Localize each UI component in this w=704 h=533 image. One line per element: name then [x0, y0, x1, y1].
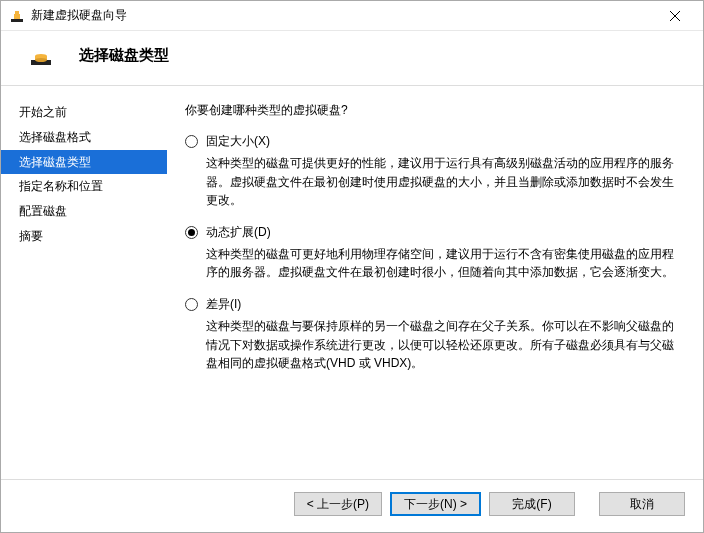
- button-gap: [583, 492, 591, 516]
- option-dynamic-desc: 这种类型的磁盘可更好地利用物理存储空间，建议用于运行不含有密集使用磁盘的应用程序…: [206, 245, 679, 282]
- cancel-button[interactable]: 取消: [599, 492, 685, 516]
- step-configure-disk[interactable]: 配置磁盘: [1, 199, 167, 224]
- svg-rect-2: [15, 11, 19, 14]
- step-summary[interactable]: 摘要: [1, 224, 167, 249]
- prompt-text: 你要创建哪种类型的虚拟硬盘?: [185, 102, 679, 119]
- option-diff-label: 差异(I): [206, 296, 241, 313]
- svg-point-8: [35, 58, 47, 62]
- step-name-location[interactable]: 指定名称和位置: [1, 174, 167, 199]
- option-dynamic-label: 动态扩展(D): [206, 224, 271, 241]
- radio-fixed[interactable]: [185, 135, 198, 148]
- option-dynamic[interactable]: 动态扩展(D): [185, 224, 679, 241]
- disk-icon: [29, 43, 53, 67]
- option-diff[interactable]: 差异(I): [185, 296, 679, 313]
- page-title: 选择磁盘类型: [79, 46, 169, 65]
- wizard-header: 选择磁盘类型: [1, 31, 703, 86]
- finish-button[interactable]: 完成(F): [489, 492, 575, 516]
- wizard-icon: [9, 8, 25, 24]
- titlebar: 新建虚拟硬盘向导: [1, 1, 703, 31]
- wizard-steps-sidebar: 开始之前 选择磁盘格式 选择磁盘类型 指定名称和位置 配置磁盘 摘要: [1, 86, 167, 479]
- option-fixed-desc: 这种类型的磁盘可提供更好的性能，建议用于运行具有高级别磁盘活动的应用程序的服务器…: [206, 154, 679, 210]
- close-button[interactable]: [655, 2, 695, 30]
- prev-button[interactable]: < 上一步(P): [294, 492, 382, 516]
- option-fixed-size[interactable]: 固定大小(X): [185, 133, 679, 150]
- svg-rect-0: [11, 19, 23, 22]
- wizard-footer: < 上一步(P) 下一步(N) > 完成(F) 取消: [1, 479, 703, 532]
- step-before-begin[interactable]: 开始之前: [1, 100, 167, 125]
- next-button[interactable]: 下一步(N) >: [390, 492, 481, 516]
- step-choose-type[interactable]: 选择磁盘类型: [1, 150, 167, 175]
- radio-diff[interactable]: [185, 298, 198, 311]
- svg-rect-1: [14, 14, 20, 19]
- option-diff-desc: 这种类型的磁盘与要保持原样的另一个磁盘之间存在父子关系。你可以在不影响父磁盘的情…: [206, 317, 679, 373]
- radio-dynamic[interactable]: [185, 226, 198, 239]
- window-title: 新建虚拟硬盘向导: [31, 7, 127, 24]
- option-fixed-label: 固定大小(X): [206, 133, 270, 150]
- step-choose-format[interactable]: 选择磁盘格式: [1, 125, 167, 150]
- wizard-main: 你要创建哪种类型的虚拟硬盘? 固定大小(X) 这种类型的磁盘可提供更好的性能，建…: [167, 86, 703, 479]
